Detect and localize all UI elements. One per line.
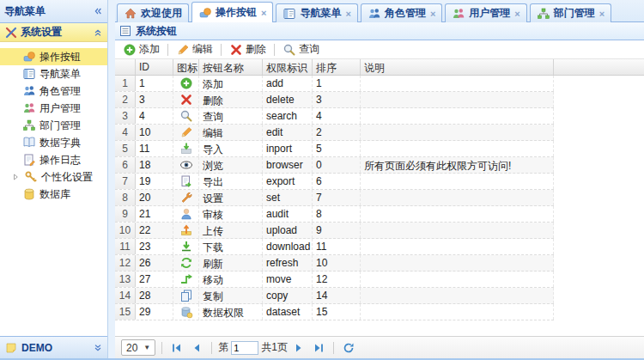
description-cell (361, 272, 554, 287)
add-icon (179, 76, 193, 90)
table-row[interactable]: 511导入inport5 (115, 141, 554, 157)
sidebar-item-label: 数据库 (39, 187, 70, 202)
toolbar-button[interactable]: 编辑 (172, 41, 217, 58)
sort-cell: 9 (313, 223, 361, 238)
close-icon[interactable]: × (599, 9, 605, 19)
sidebar-item[interactable]: 操作日志 (0, 151, 107, 168)
toolbar-button[interactable]: 添加 (118, 41, 164, 58)
column-header[interactable] (115, 59, 136, 75)
sidebar-item-label: 数据字典 (39, 136, 81, 150)
icon-cell (173, 174, 199, 189)
column-header[interactable]: 排序 (313, 59, 361, 75)
next-page-button[interactable] (290, 340, 307, 356)
last-icon (312, 341, 325, 355)
icon-cell (173, 206, 199, 222)
sidebar-item[interactable]: 用户管理 (0, 100, 107, 117)
pager-bar: 20 ▼ 第 共1页 (115, 336, 644, 358)
id-cell: 22 (136, 223, 173, 238)
table-row[interactable]: 1327移动move12 (115, 272, 554, 288)
page-prefix-label: 第 (218, 340, 228, 355)
close-icon[interactable]: × (514, 9, 519, 19)
sidebar-menu: 操作按钮导航菜单角色管理用户管理部门管理数据字典操作日志个性化设置数据库 (0, 42, 107, 336)
sidebar-item[interactable]: 数据字典 (0, 134, 107, 151)
prev-page-button[interactable] (188, 340, 205, 356)
sidebar-footer-label: DEMO (21, 342, 52, 354)
sort-cell: 1 (313, 76, 361, 91)
tab[interactable]: 部门管理× (530, 3, 611, 22)
permission-cell: inport (263, 141, 313, 156)
tab[interactable]: 导航菜单× (276, 3, 357, 22)
tab[interactable]: 欢迎使用 (117, 3, 189, 22)
copy-icon (179, 289, 193, 302)
column-header[interactable]: 按钮名称 (199, 59, 263, 75)
tab-label: 角色管理 (385, 6, 426, 21)
row-number-cell: 6 (115, 157, 136, 173)
sidebar-header: 导航菜单 (0, 0, 107, 23)
panel-title: 系统按钮 (136, 24, 177, 39)
toolbar-button[interactable]: 查询 (278, 41, 324, 58)
tab[interactable]: 用户管理× (445, 3, 526, 22)
dept-icon (22, 119, 36, 132)
table-row[interactable]: 1022上传upload9 (115, 223, 554, 239)
table-row[interactable]: 11添加add1 (115, 76, 554, 92)
id-cell: 27 (136, 272, 173, 287)
close-icon[interactable]: × (261, 8, 266, 18)
expander-icon (10, 172, 21, 182)
id-cell: 1 (136, 76, 173, 91)
permission-cell: upload (263, 223, 313, 238)
row-number-cell: 13 (115, 272, 136, 287)
export-icon (179, 174, 193, 188)
id-cell: 21 (136, 206, 173, 222)
page-total-label: 共1页 (261, 340, 288, 355)
table-row[interactable]: 34查询search4 (115, 108, 554, 125)
icon-cell (173, 223, 199, 238)
sidebar-item[interactable]: 个性化设置 (0, 168, 107, 186)
page-number-input[interactable] (231, 341, 258, 355)
sidebar-splitter[interactable] (108, 0, 115, 358)
tab[interactable]: 操作按钮× (191, 2, 273, 22)
sidebar-item[interactable]: 操作按钮 (0, 48, 107, 65)
table-row[interactable]: 1123下载download11 (115, 239, 554, 255)
column-header[interactable]: ID (136, 59, 173, 75)
table-row[interactable]: 1428复制copy14 (115, 288, 554, 304)
chevrons-up-icon[interactable] (93, 27, 103, 38)
chevrons-left-icon[interactable] (93, 6, 103, 16)
first-page-button[interactable] (168, 340, 185, 356)
row-number-cell: 11 (115, 239, 136, 254)
sidebar-item[interactable]: 部门管理 (0, 117, 107, 134)
roles-icon (368, 7, 381, 21)
last-page-button[interactable] (310, 340, 327, 356)
page-size-value: 20 (126, 342, 137, 354)
delete-icon (229, 43, 243, 57)
chevrons-down-icon[interactable] (93, 343, 103, 353)
sidebar-section-header[interactable]: 系统设置 (0, 23, 107, 42)
sidebar-item-label: 操作日志 (39, 153, 81, 168)
sidebar-item[interactable]: 数据库 (0, 186, 107, 203)
column-header[interactable]: 说明 (361, 59, 554, 75)
row-number-cell: 7 (115, 174, 136, 189)
search-icon (283, 43, 296, 57)
table-row[interactable]: 618浏览browser0所有页面必须有此权限方可访问! (115, 157, 554, 174)
import-icon (179, 142, 193, 156)
table-row[interactable]: 23删除delete3 (115, 92, 554, 108)
table-row[interactable]: 410编辑edit2 (115, 125, 554, 141)
table-row[interactable]: 921审核audit8 (115, 206, 554, 223)
table-row[interactable]: 1226刷新refresh10 (115, 255, 554, 272)
reload-button[interactable] (340, 340, 357, 356)
close-icon[interactable]: × (430, 9, 435, 19)
sidebar-item[interactable]: 导航菜单 (0, 65, 107, 82)
table-row[interactable]: 1529数据权限dataset15 (115, 304, 554, 320)
close-icon[interactable]: × (345, 9, 350, 19)
description-cell (361, 108, 554, 124)
table-row[interactable]: 820设置set7 (115, 190, 554, 206)
row-number-cell: 14 (115, 288, 136, 303)
page-size-select[interactable]: 20 ▼ (121, 339, 155, 356)
column-header[interactable]: 图标 (173, 59, 199, 75)
sidebar-item[interactable]: 角色管理 (0, 82, 107, 100)
column-header[interactable]: 权限标识 (263, 59, 313, 75)
edit-icon (179, 125, 193, 139)
table-row[interactable]: 719导出export6 (115, 174, 554, 190)
toolbar-button[interactable]: 删除 (225, 41, 270, 58)
upload-icon (179, 223, 193, 237)
tab[interactable]: 角色管理× (361, 3, 442, 22)
